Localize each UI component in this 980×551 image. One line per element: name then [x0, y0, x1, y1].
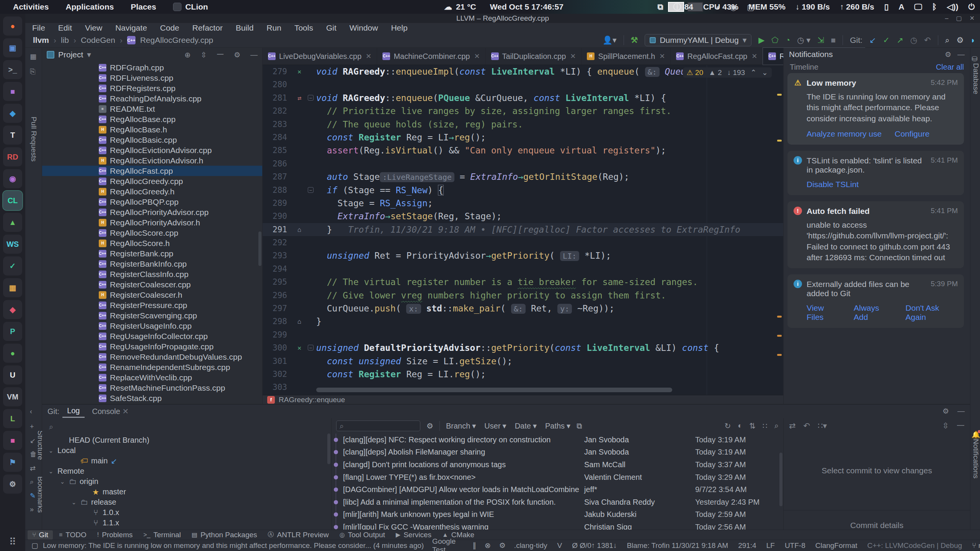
view-options-icon[interactable]: ∷ [763, 421, 768, 430]
match-case-icon[interactable]: ◐ [738, 421, 742, 430]
menu-help[interactable]: Help [391, 23, 407, 33]
search-branches-icon[interactable]: ⌕ [30, 478, 34, 486]
collapse-git-icon[interactable]: ‹ [30, 408, 32, 416]
tree-item-RegAllocScore.h[interactable]: HRegAllocScore.h [42, 238, 262, 248]
tree-item-RDFGraph.cpp[interactable]: C++RDFGraph.cpp [42, 62, 262, 73]
code-line-295[interactable]: 295 // The virtual register number is a … [263, 276, 783, 289]
scroll-marker[interactable] [777, 316, 782, 318]
maximize-icon[interactable]: ▢ [956, 14, 962, 23]
branch-1-0-x[interactable]: ⑂1.0.x [42, 507, 331, 518]
files-app-dock-icon[interactable]: ▣ [3, 38, 22, 57]
tree-item-RegisterUsageInfo.cpp[interactable]: C++RegisterUsageInfo.cpp [42, 321, 262, 331]
window-titlebar[interactable]: LLVM – RegAllocGreedy.cpp –▢✕ [25, 14, 980, 23]
code-line-296[interactable]: 296 // Give lower vreg numbers higher pr… [263, 289, 783, 302]
camera-app-dock-icon[interactable]: ◉ [3, 169, 22, 188]
history-button[interactable]: ◷ [910, 36, 917, 45]
scroll-marker[interactable] [777, 140, 782, 142]
search-everywhere-icon[interactable]: ⌕ [945, 36, 950, 45]
tree-item-RDFLiveness.cpp[interactable]: C++RDFLiveness.cpp [42, 73, 262, 83]
status-segment[interactable]: .clang-tidy [514, 541, 547, 550]
commit-search-gear-icon[interactable]: ⚙ [426, 421, 433, 430]
editor-tab-TailDuplication.cpp[interactable]: C++TailDuplication.cpp✕ [486, 48, 582, 65]
code-line-287[interactable]: 287 auto Stage:LiveRangeStage = ExtraInf… [263, 170, 783, 183]
git-tab-console[interactable]: Console ✕ [88, 405, 134, 417]
git-tab-log[interactable]: Log [62, 405, 84, 418]
weather-indicator[interactable]: ☁21 °C [444, 2, 476, 11]
breadcrumb-item-llvm[interactable]: llvm [33, 36, 49, 45]
panel-hide-icon[interactable]: — [250, 51, 258, 59]
toolwindow-antlr-preview[interactable]: ⒶANTLR Preview [263, 530, 333, 540]
status-segment[interactable]: LF [766, 541, 775, 550]
tree-item-RegisterBank.cpp[interactable]: C++RegisterBank.cpp [42, 248, 262, 259]
branch-release[interactable]: ⌄🗀release [42, 497, 331, 507]
cancel-icon[interactable]: ⊗ [485, 541, 491, 550]
project-tool-icon[interactable]: ▦ [30, 52, 36, 61]
branch-origin[interactable]: ⌄🗀origin [42, 476, 331, 487]
fold-marker[interactable]: – [308, 187, 314, 193]
prev-problem-icon[interactable]: ⌃ [750, 68, 756, 77]
vm-app-dock-icon[interactable]: VM [3, 387, 22, 406]
t-app-dock-icon[interactable]: T [3, 126, 22, 145]
code-line-283[interactable]: 283 // The queue holds (size, reg) pairs… [263, 118, 783, 131]
tree-item-RegAllocPBQP.cpp[interactable]: C++RegAllocPBQP.cpp [42, 197, 262, 207]
active-app-menu[interactable]: CLion [173, 2, 208, 11]
clear-all-link[interactable]: Clear all [936, 63, 964, 72]
checkout-icon[interactable]: ↙ [30, 437, 36, 445]
commit-tool-icon[interactable]: ⎘ [30, 68, 35, 76]
menu-git[interactable]: Git [326, 23, 336, 33]
chevron-down-icon[interactable]: ⌄ [47, 468, 54, 475]
code-line-282[interactable]: 282 // Prioritize live ranges by size, a… [263, 104, 783, 117]
user-icon[interactable]: 👤▾ [603, 36, 617, 45]
editor-tab-SpillPlacement.h[interactable]: HSpillPlacement.h✕ [581, 48, 671, 65]
git-update-button[interactable]: ↙ [869, 36, 876, 45]
locate-file-icon[interactable]: ⊕ [185, 51, 191, 59]
activities-button[interactable]: Activities [13, 2, 49, 11]
chevron-down-icon[interactable]: ⌄ [59, 478, 66, 485]
editor-tab-LiveDebugVariables.cpp[interactable]: C++LiveDebugVariables.cpp✕ [263, 48, 377, 65]
purple-app-dock-icon[interactable]: ■ [3, 82, 22, 101]
check-app-dock-icon[interactable]: ✓ [3, 256, 22, 276]
git-gear-icon[interactable]: ⚙ [942, 407, 949, 416]
places-menu[interactable]: Places [131, 2, 156, 11]
notification-card[interactable]: !Auto fetch failed5:41 PMunable to acces… [787, 201, 964, 268]
tree-item-RemoveRedundantDebugValues.cpp[interactable]: C++RemoveRedundantDebugValues.cpp [42, 352, 262, 362]
run-config-selector[interactable]: DummyYAML | Debug▾ [645, 34, 751, 46]
code-line-285[interactable]: 285 assert(Reg.isVirtual() && "Can only … [263, 144, 783, 157]
code-line-299[interactable]: 299 [263, 328, 783, 341]
tree-item-ReplaceWithVeclib.cpp[interactable]: C++ReplaceWithVeclib.cpp [42, 372, 262, 383]
android-app-dock-icon[interactable]: ▲ [3, 213, 22, 232]
volume-icon[interactable]: ◁)) [947, 2, 958, 11]
info-circle-icon[interactable]: ⓘ84 [673, 2, 693, 12]
menu-view[interactable]: View [85, 23, 102, 33]
tree-item-ReachingDefAnalysis.cpp[interactable]: C++ReachingDefAnalysis.cpp [42, 93, 262, 104]
pen-app-dock-icon[interactable]: P [3, 322, 22, 341]
expand-all-icon[interactable]: ⇳ [201, 51, 207, 59]
clipboard-icon[interactable]: ▯ [884, 2, 889, 11]
code-line-291[interactable]: 291⌂ } Trofin, 11/30/21 9:18 AM • [NFC][… [263, 223, 783, 236]
show-applications-icon[interactable]: ⠿ [0, 536, 25, 548]
status-message[interactable]: Low memory: The IDE is running low on me… [43, 541, 424, 550]
menu-file[interactable]: File [32, 23, 45, 33]
editor-hscrollbar[interactable] [316, 388, 672, 392]
notification-card[interactable]: ⚠Low memory5:42 PMThe IDE is running low… [787, 73, 964, 145]
toolwindow-terminal[interactable]: >_Terminal [139, 530, 185, 540]
database-tab[interactable]: ⛁Database [972, 55, 980, 96]
tree-item-RegAllocBase.cpp[interactable]: C++RegAllocBase.cpp [42, 114, 262, 124]
toolwindow-git[interactable]: ⑂Git [28, 530, 53, 540]
go-to-hash-icon[interactable]: ⧉ [577, 422, 582, 430]
profiler-button[interactable]: ◷ ▾ [797, 36, 810, 45]
menu-tools[interactable]: Tools [294, 23, 313, 33]
scroll-marker[interactable] [777, 335, 782, 337]
git-push-button[interactable]: ↗ [897, 36, 903, 45]
breadcrumb-item-regallocgreedy.cpp[interactable]: RegAllocGreedy.cpp [140, 36, 213, 45]
status-segment[interactable]: 291:4 [738, 541, 756, 550]
magenta-app-dock-icon[interactable]: ■ [3, 431, 22, 450]
notif-hide-icon[interactable]: — [957, 50, 965, 59]
minimize-icon[interactable]: – [945, 14, 949, 23]
tree-item-RegUsageInfoPropagate.cpp[interactable]: C++RegUsageInfoPropagate.cpp [42, 341, 262, 352]
tree-item-RegAllocBase.h[interactable]: HRegAllocBase.h [42, 124, 262, 135]
code-line-286[interactable]: 286 [263, 157, 783, 170]
add-branch-icon[interactable]: + [30, 423, 34, 431]
rd-app-dock-icon[interactable]: RD [3, 147, 22, 166]
commit-row[interactable]: [DAGCombiner] [AMDGPU] Allow vector load… [332, 483, 783, 496]
